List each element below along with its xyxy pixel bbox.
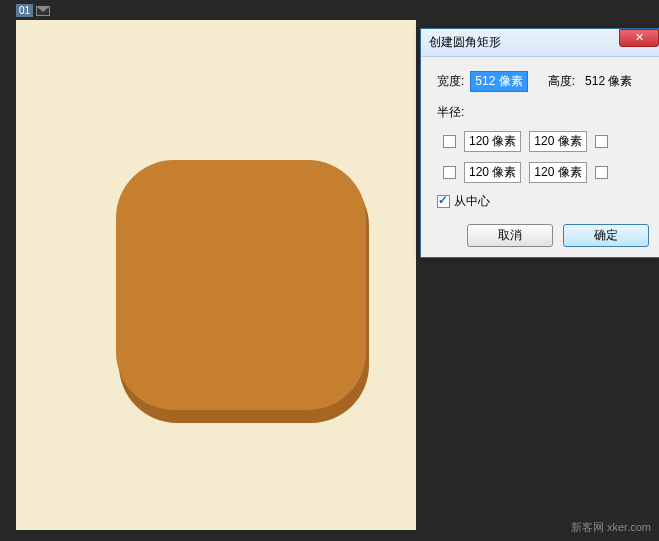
- canvas-area[interactable]: [16, 20, 416, 530]
- radius-br-input[interactable]: 120 像素: [529, 162, 586, 183]
- create-rounded-rect-dialog: 创建圆角矩形 ✕ 宽度: 512 像素 高度: 512 像素 半径: 120 像…: [420, 28, 659, 258]
- radius-bl-input[interactable]: 120 像素: [464, 162, 521, 183]
- rounded-rect-shape[interactable]: [116, 160, 366, 410]
- height-input[interactable]: 512 像素: [581, 72, 636, 91]
- width-label: 宽度:: [437, 73, 464, 90]
- width-input[interactable]: 512 像素: [470, 71, 527, 92]
- radius-row-top: 120 像素 120 像素: [437, 131, 649, 152]
- cancel-button[interactable]: 取消: [467, 224, 553, 247]
- dialog-titlebar[interactable]: 创建圆角矩形 ✕: [421, 29, 659, 57]
- top-bar: 01: [16, 4, 50, 17]
- radius-tl-input[interactable]: 120 像素: [464, 131, 521, 152]
- dialog-title-text: 创建圆角矩形: [429, 35, 501, 49]
- close-button[interactable]: ✕: [619, 29, 659, 47]
- link-br-checkbox[interactable]: [595, 166, 608, 179]
- mail-icon[interactable]: [36, 6, 50, 16]
- link-tl-checkbox[interactable]: [443, 135, 456, 148]
- link-tr-checkbox[interactable]: [595, 135, 608, 148]
- link-bl-checkbox[interactable]: [443, 166, 456, 179]
- radius-label: 半径:: [437, 104, 649, 121]
- ok-button[interactable]: 确定: [563, 224, 649, 247]
- watermark: 新客网 xker.com: [571, 520, 651, 535]
- from-center-checkbox[interactable]: [437, 195, 450, 208]
- from-center-label: 从中心: [454, 193, 490, 210]
- radius-row-bottom: 120 像素 120 像素: [437, 162, 649, 183]
- dialog-body: 宽度: 512 像素 高度: 512 像素 半径: 120 像素 120 像素 …: [421, 57, 659, 257]
- badge-01: 01: [16, 4, 33, 17]
- dimensions-row: 宽度: 512 像素 高度: 512 像素: [437, 71, 649, 92]
- height-label: 高度:: [548, 73, 575, 90]
- radius-tr-input[interactable]: 120 像素: [529, 131, 586, 152]
- button-row: 取消 确定: [437, 224, 649, 247]
- from-center-row: 从中心: [437, 193, 649, 210]
